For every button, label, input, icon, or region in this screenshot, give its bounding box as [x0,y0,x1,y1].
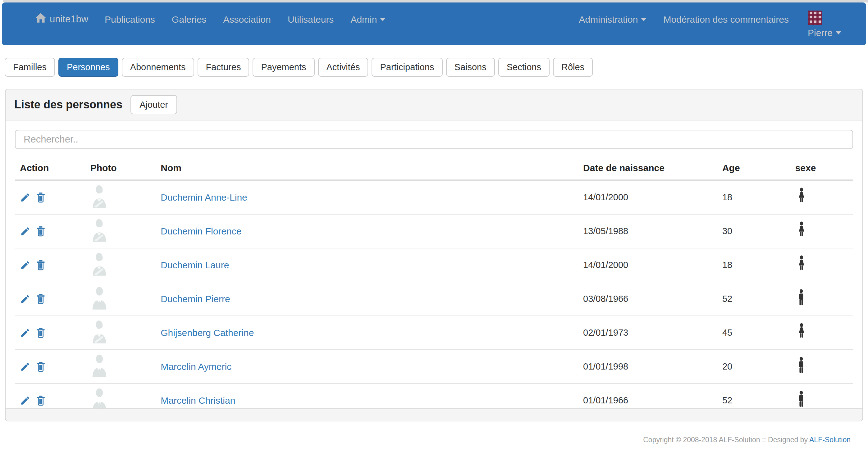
delete-trash-icon[interactable] [35,360,46,373]
tab-personnes[interactable]: Personnes [58,58,118,77]
sexe-cell [790,350,853,384]
home-icon [35,13,46,25]
sexe-cell [790,180,853,214]
edit-pencil-icon[interactable] [20,260,30,270]
nav-item-admin-dropdown[interactable]: Admin [342,2,394,25]
photo-placeholder-female [90,185,108,208]
user-avatar[interactable] [808,10,822,25]
user-menu: Pierre [797,2,841,38]
admin-dropdown-label: Admin [350,14,377,25]
photo-cell [86,180,156,214]
nav-item-moderation[interactable]: Modération des commentaires [655,2,797,25]
chevron-down-icon [380,18,385,21]
person-name-link[interactable]: Ghijsenberg Catherine [161,328,254,338]
navbar-brand[interactable]: unite1bw [27,2,96,25]
photo-cell [86,350,156,384]
add-button[interactable]: Ajouter [130,95,177,114]
birth-date-cell: 14/01/2000 [578,180,717,214]
tab-label: Abonnements [130,62,186,72]
delete-trash-icon[interactable] [35,327,46,339]
brand-label: unite1bw [50,14,88,25]
birth-date-cell: 13/05/1988 [578,214,717,248]
nav-item-publications[interactable]: Publications [96,2,163,25]
edit-pencil-icon[interactable] [20,395,30,406]
female-icon [795,221,806,239]
table-header-row: Action Photo Nom Date de naissance Age s… [15,157,853,180]
birth-date-cell: 01/01/1998 [578,350,717,384]
panel-body: Action Photo Nom Date de naissance Age s… [6,121,862,417]
delete-trash-icon[interactable] [35,191,46,204]
photo-cell [86,248,156,282]
sexe-cell [790,282,853,316]
edit-pencil-icon[interactable] [20,192,30,203]
tab-label: Saisons [455,62,487,72]
user-dropdown[interactable]: Pierre [808,28,841,38]
tab-label: Rôles [561,62,584,72]
administration-dropdown-label: Administration [579,14,638,25]
nav-item-association[interactable]: Association [215,2,279,25]
edit-pencil-icon[interactable] [20,294,30,304]
tab-saisons[interactable]: Saisons [446,58,495,77]
edit-pencil-icon[interactable] [20,328,30,338]
action-cell [15,282,86,316]
photo-cell [86,282,156,316]
age-cell: 18 [717,248,790,282]
column-header-nom: Nom [156,157,578,180]
photo-placeholder-female [90,252,108,276]
edit-pencil-icon[interactable] [20,226,30,237]
window-top-edge [3,0,868,2]
delete-trash-icon[interactable] [35,225,46,237]
tab-participations[interactable]: Participations [372,58,442,77]
table-row: Marcelin Aymeric 01/01/1998 20 [15,350,853,384]
delete-trash-icon[interactable] [35,394,46,407]
designer-link[interactable]: ALF-Solution [809,436,850,444]
edit-pencil-icon[interactable] [20,361,30,372]
search-input[interactable] [15,130,853,149]
chevron-down-icon [641,18,647,21]
tab-sections[interactable]: Sections [498,58,550,77]
main-navbar: unite1bw Publications Galeries Associati… [2,2,866,45]
table-row: Duchemin Florence 13/05/1988 30 [15,214,853,248]
name-cell: Duchemin Laure [156,248,578,282]
person-name-link[interactable]: Duchemin Laure [161,260,229,270]
action-cell [15,214,86,248]
action-cell [15,180,86,214]
tab-label: Personnes [67,62,110,72]
male-icon [795,390,805,408]
person-name-link[interactable]: Duchemin Pierre [161,294,230,304]
birth-date-cell: 03/08/1966 [578,282,717,316]
male-icon [795,356,805,375]
delete-trash-icon[interactable] [35,259,46,271]
section-tabs: FamillesPersonnesAbonnementsFacturesPaye… [5,58,863,77]
copyright-footer: Copyright © 2008-2018 ALF-Solution :: De… [643,436,850,444]
tab-label: Participations [380,62,434,72]
person-name-link[interactable]: Duchemin Anne-Line [161,192,247,202]
person-name-link[interactable]: Marcelin Aymeric [161,361,231,372]
panel-footer [6,408,862,421]
photo-placeholder-male [90,388,108,411]
age-cell: 52 [717,282,790,316]
sexe-cell [790,248,853,282]
tab-activites[interactable]: Activités [318,58,368,77]
tab-roles[interactable]: Rôles [553,58,593,77]
female-icon [795,323,806,340]
photo-cell [86,316,156,350]
female-icon [795,255,806,273]
table-row: Ghijsenberg Catherine 02/01/1973 45 [15,316,853,350]
nav-item-galeries[interactable]: Galeries [163,2,215,25]
nav-item-administration-dropdown[interactable]: Administration [570,2,655,25]
action-cell [15,316,86,350]
female-icon [795,187,806,205]
person-name-link[interactable]: Duchemin Florence [161,226,241,236]
tab-familles[interactable]: Familles [5,58,55,77]
delete-trash-icon[interactable] [35,293,46,305]
person-name-link[interactable]: Marcelin Christian [161,395,235,406]
photo-placeholder-female [90,320,108,344]
tab-abonnements[interactable]: Abonnements [122,58,194,77]
nav-item-utilisateurs[interactable]: Utilisateurs [279,2,342,25]
name-cell: Ghijsenberg Catherine [156,316,578,350]
column-header-age: Age [717,157,790,180]
tab-payements[interactable]: Payements [253,58,314,77]
tab-factures[interactable]: Factures [197,58,249,77]
panel-heading: Liste des personnes Ajouter [6,90,862,121]
